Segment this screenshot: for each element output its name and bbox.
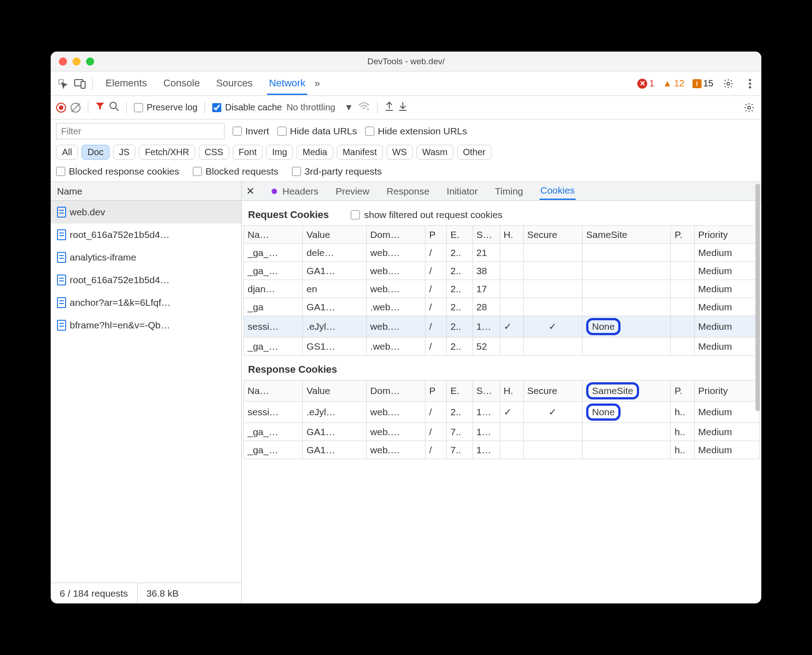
cookie-row[interactable]: _ga_…GA1…web.…/7..1…h..Medium — [244, 441, 759, 459]
type-pill-wasm[interactable]: Wasm — [416, 145, 454, 160]
cookie-row[interactable]: djan…enweb.…/2..17Medium — [244, 280, 759, 298]
search-icon[interactable] — [109, 101, 119, 114]
filter-toggle-icon[interactable] — [96, 102, 105, 114]
request-row[interactable]: bframe?hl=en&v=-Qb… — [51, 314, 241, 337]
warning-count[interactable]: ▲ 12 — [663, 78, 684, 89]
type-pill-manifest[interactable]: Manifest — [337, 145, 383, 160]
col-header[interactable]: Secure — [523, 380, 582, 402]
hide-extension-urls-checkbox[interactable]: Hide extension URLs — [365, 126, 467, 137]
col-header[interactable]: S… — [473, 226, 500, 244]
col-header[interactable]: H. — [500, 380, 523, 402]
blocked-cookies-checkbox[interactable]: Blocked response cookies — [56, 166, 179, 177]
col-header[interactable]: P. — [671, 380, 694, 402]
scrollbar[interactable] — [753, 182, 761, 603]
close-window-icon[interactable] — [59, 57, 67, 66]
request-row[interactable]: analytics-iframe — [51, 246, 241, 269]
scrollbar-thumb[interactable] — [755, 184, 760, 411]
detail-tab-initiator[interactable]: Initiator — [446, 183, 479, 199]
col-header[interactable]: Value — [303, 226, 367, 244]
more-tabs-icon[interactable]: » — [315, 78, 320, 90]
col-header[interactable]: SameSite — [582, 226, 670, 244]
type-pill-ws[interactable]: WS — [387, 145, 413, 160]
col-header[interactable]: H. — [500, 226, 523, 244]
col-header[interactable]: SameSite — [582, 380, 670, 402]
cookie-row[interactable]: _ga_…GS1….web…/2..52Medium — [244, 337, 759, 356]
col-header[interactable]: S… — [473, 380, 500, 402]
detail-tab-preview[interactable]: Preview — [334, 183, 370, 199]
col-header[interactable]: P — [425, 226, 447, 244]
detail-tab-timing[interactable]: Timing — [494, 183, 524, 199]
type-pill-css[interactable]: CSS — [199, 145, 229, 160]
request-row[interactable]: web.dev — [51, 201, 241, 223]
error-count[interactable]: ✕ 1 — [637, 78, 654, 89]
col-header[interactable]: Na… — [244, 380, 303, 402]
tab-sources[interactable]: Sources — [214, 72, 254, 95]
type-pill-other[interactable]: Other — [457, 145, 492, 160]
type-pill-media[interactable]: Media — [296, 145, 333, 160]
cell: None — [582, 316, 670, 337]
hide-data-urls-checkbox[interactable]: Hide data URLs — [277, 126, 357, 137]
request-row[interactable]: root_616a752e1b5d4… — [51, 269, 241, 291]
tab-network[interactable]: Network — [267, 72, 307, 95]
request-row[interactable]: anchor?ar=1&k=6Lfqf… — [51, 291, 241, 314]
preserve-log-input[interactable] — [134, 103, 143, 112]
settings-icon[interactable] — [721, 77, 735, 90]
preserve-log-checkbox[interactable]: Preserve log — [134, 102, 197, 113]
minimize-window-icon[interactable] — [72, 57, 81, 66]
blocked-requests-checkbox[interactable]: Blocked requests — [193, 166, 278, 177]
tab-elements[interactable]: Elements — [104, 72, 149, 95]
col-header[interactable]: Dom… — [367, 380, 425, 402]
type-pill-fetchxhr[interactable]: Fetch/XHR — [139, 145, 195, 160]
disable-cache-input[interactable] — [212, 103, 221, 112]
col-header[interactable]: Value — [303, 380, 367, 402]
disable-cache-checkbox[interactable]: Disable cache — [212, 102, 282, 113]
request-row[interactable]: root_616a752e1b5d4… — [51, 223, 241, 246]
clear-button[interactable] — [71, 103, 81, 113]
type-pill-img[interactable]: Img — [266, 145, 293, 160]
cookie-row[interactable]: _ga_…GA1…web.…/7..1…h..Medium — [244, 423, 759, 441]
col-header[interactable]: E. — [447, 380, 473, 402]
download-har-icon[interactable] — [398, 101, 407, 114]
network-settings-icon[interactable] — [742, 101, 756, 114]
network-conditions-icon[interactable] — [358, 102, 370, 114]
col-header[interactable]: Dom… — [367, 226, 425, 244]
detail-tab-cookies[interactable]: Cookies — [540, 182, 576, 200]
issue-count[interactable]: ! 15 — [693, 78, 713, 89]
cookie-row[interactable]: sessi….eJyl…web.…/2..1…✓✓Noneh..Medium — [244, 402, 759, 423]
type-pill-js[interactable]: JS — [113, 145, 135, 160]
filter-input[interactable] — [56, 123, 224, 139]
cookie-row[interactable]: _ga_…GA1…web.…/2..38Medium — [244, 262, 759, 280]
col-header[interactable]: Priority — [694, 226, 759, 244]
cookie-row[interactable]: sessi….eJyl…web.…/2..1…✓✓NoneMedium — [244, 316, 759, 337]
throttling-select[interactable]: No throttling ▼ — [287, 102, 353, 113]
cell: Medium — [694, 244, 759, 262]
close-detail-icon[interactable]: ✕ — [246, 185, 254, 197]
type-pill-font[interactable]: Font — [233, 145, 263, 160]
inspect-icon[interactable] — [55, 76, 71, 91]
col-header[interactable]: P — [425, 380, 447, 402]
device-toolbar-icon[interactable] — [72, 76, 88, 91]
col-header[interactable]: P. — [671, 226, 694, 244]
col-header[interactable]: Na… — [244, 226, 303, 244]
cell: 1… — [473, 441, 500, 459]
kebab-menu-icon[interactable] — [743, 77, 757, 90]
invert-checkbox[interactable]: Invert — [233, 126, 269, 137]
record-button[interactable] — [56, 103, 66, 113]
col-header[interactable]: Secure — [523, 226, 582, 244]
detail-tab-headers[interactable]: Headers — [282, 183, 319, 199]
maximize-window-icon[interactable] — [86, 57, 94, 66]
cell: .web… — [367, 298, 425, 316]
type-pill-doc[interactable]: Doc — [81, 145, 110, 160]
col-header[interactable]: Priority — [694, 380, 759, 402]
third-party-checkbox[interactable]: 3rd-party requests — [292, 166, 382, 177]
show-filtered-checkbox[interactable]: show filtered out request cookies — [351, 209, 503, 220]
upload-har-icon[interactable] — [385, 101, 394, 114]
detail-tab-response[interactable]: Response — [386, 183, 430, 199]
type-pill-all[interactable]: All — [56, 145, 78, 160]
tab-console[interactable]: Console — [162, 72, 202, 95]
cookie-row[interactable]: _ga_…dele…web.…/2..21Medium — [244, 244, 759, 262]
col-header[interactable]: E. — [447, 226, 473, 244]
cell: _ga_… — [244, 244, 303, 262]
name-column-header[interactable]: Name — [51, 182, 241, 201]
cookie-row[interactable]: _gaGA1….web…/2..28Medium — [244, 298, 759, 316]
